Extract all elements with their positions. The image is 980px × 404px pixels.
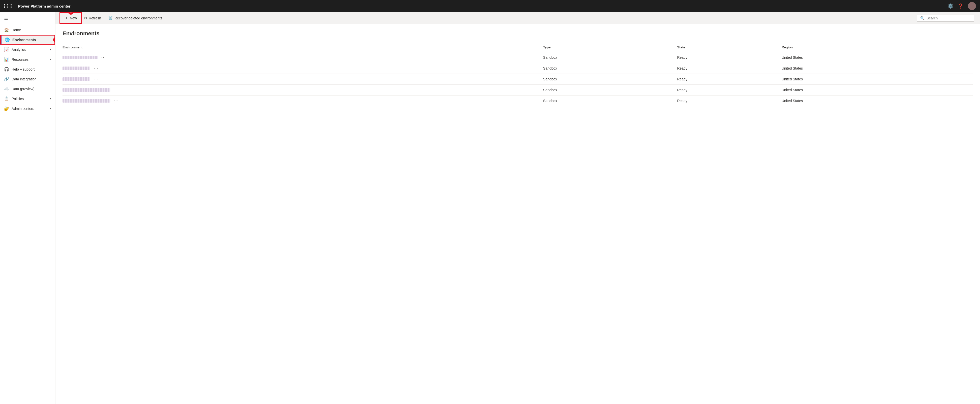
env-type-4: Sandbox: [543, 95, 677, 107]
resources-chevron: ▾: [50, 58, 51, 61]
active-indicator: [1, 35, 2, 45]
new-plus-icon: ＋: [65, 16, 68, 21]
environments-icon: 🌐: [5, 37, 10, 42]
env-name-cell-2: ···: [62, 74, 543, 85]
env-name-blurred-2: [62, 77, 90, 81]
environments-table: Environment Type State Region ··· Sandbo…: [62, 43, 973, 107]
badge-3: 3: [53, 37, 56, 43]
env-name-cell-4: ···: [62, 95, 543, 107]
env-type-1: Sandbox: [543, 63, 677, 74]
sidebar-item-admin-centers[interactable]: 🔐 Admin centers ▾: [0, 103, 55, 113]
search-icon: 🔍: [920, 16, 924, 20]
resources-icon: 📊: [4, 57, 9, 62]
search-box[interactable]: 🔍: [917, 14, 974, 22]
env-type-3: Sandbox: [543, 85, 677, 95]
search-input[interactable]: [927, 16, 970, 20]
sidebar-item-policies[interactable]: 📋 Policies ▾: [0, 94, 55, 103]
refresh-button[interactable]: ↻ Refresh: [81, 14, 104, 22]
policies-chevron: ▾: [50, 97, 51, 100]
admin-centers-icon: 🔐: [4, 106, 9, 111]
sidebar-item-help-support[interactable]: 🎧 Help + support: [0, 64, 55, 74]
sidebar-item-data-preview[interactable]: ☁️ Data (preview): [0, 84, 55, 94]
resources-label: Resources: [11, 57, 47, 62]
col-header-region: Region: [782, 43, 973, 52]
analytics-label: Analytics: [11, 48, 47, 52]
new-button[interactable]: ＋ New: [62, 14, 80, 22]
table-row: ··· Sandbox Ready United States: [62, 95, 973, 107]
env-name-cell-3: ···: [62, 85, 543, 95]
sidebar-item-environments[interactable]: 🌐 Environments 3: [0, 35, 55, 45]
sidebar-item-resources[interactable]: 📊 Resources ▾: [0, 54, 55, 64]
top-nav-icons: ⚙️ ❓: [948, 2, 976, 10]
env-name-blurred-1: [62, 67, 90, 70]
admin-centers-chevron: ▾: [50, 107, 51, 110]
data-preview-label: Data (preview): [11, 87, 51, 91]
refresh-label: Refresh: [89, 16, 101, 20]
env-region-0: United States: [782, 52, 973, 63]
sidebar: ☰ 🏠 Home 🌐 Environments 3 📈 Analytics ▾ …: [0, 12, 56, 404]
col-header-type: Type: [543, 43, 677, 52]
policies-label: Policies: [11, 97, 47, 101]
more-options-button-2[interactable]: ···: [92, 77, 100, 81]
analytics-chevron: ▾: [50, 48, 51, 51]
help-icon[interactable]: ❓: [958, 3, 963, 9]
env-name-cell-0: ···: [62, 52, 543, 63]
env-region-3: United States: [782, 85, 973, 95]
env-name-cell-1: ···: [62, 63, 543, 74]
home-icon: 🏠: [4, 27, 9, 32]
env-type-0: Sandbox: [543, 52, 677, 63]
admin-centers-label: Admin centers: [11, 107, 47, 111]
env-region-4: United States: [782, 95, 973, 107]
data-integration-icon: 🔗: [4, 76, 9, 81]
env-state-2: Ready: [677, 74, 782, 85]
env-name-blurred-0: [62, 56, 98, 59]
top-navigation: Power Platform admin center ⚙️ ❓: [0, 0, 980, 12]
data-preview-icon: ☁️: [4, 86, 9, 91]
env-name-blurred-4: [62, 99, 110, 103]
settings-icon[interactable]: ⚙️: [948, 3, 953, 9]
page-title: Environments: [62, 30, 973, 37]
env-region-1: United States: [782, 63, 973, 74]
recover-icon: 🗑️: [108, 16, 113, 21]
app-title: Power Platform admin center: [18, 4, 945, 8]
more-options-button-1[interactable]: ···: [92, 66, 100, 71]
env-state-0: Ready: [677, 52, 782, 63]
col-header-environment: Environment: [62, 43, 543, 52]
user-avatar[interactable]: [968, 2, 976, 10]
env-state-4: Ready: [677, 95, 782, 107]
page-content: Environments Environment Type State Regi…: [56, 24, 980, 404]
environments-label: Environments: [12, 38, 51, 42]
help-support-icon: 🎧: [4, 67, 9, 72]
sidebar-item-analytics[interactable]: 📈 Analytics ▾: [0, 45, 55, 54]
table-row: ··· Sandbox Ready United States: [62, 52, 973, 63]
env-region-2: United States: [782, 74, 973, 85]
data-integration-label: Data integration: [11, 77, 51, 81]
content-area: 4 ＋ New ↻ Refresh 🗑️ Recover deleted env…: [56, 12, 980, 404]
table-row: ··· Sandbox Ready United States: [62, 74, 973, 85]
table-row: ··· Sandbox Ready United States: [62, 63, 973, 74]
analytics-icon: 📈: [4, 47, 9, 52]
env-state-1: Ready: [677, 63, 782, 74]
home-label: Home: [11, 28, 51, 32]
hamburger-button[interactable]: ☰: [0, 12, 55, 25]
sidebar-item-data-integration[interactable]: 🔗 Data integration: [0, 74, 55, 84]
env-type-2: Sandbox: [543, 74, 677, 85]
more-options-button-3[interactable]: ···: [112, 88, 120, 92]
new-label: New: [70, 16, 77, 20]
help-support-label: Help + support: [11, 67, 51, 71]
new-button-wrapper: 4 ＋ New: [62, 14, 80, 22]
more-options-button-4[interactable]: ···: [112, 99, 120, 103]
toolbar: 4 ＋ New ↻ Refresh 🗑️ Recover deleted env…: [56, 12, 980, 24]
refresh-icon: ↻: [84, 16, 87, 21]
col-header-state: State: [677, 43, 782, 52]
table-row: ··· Sandbox Ready United States: [62, 85, 973, 95]
more-options-button-0[interactable]: ···: [100, 55, 108, 60]
sidebar-item-home[interactable]: 🏠 Home: [0, 25, 55, 35]
env-state-3: Ready: [677, 85, 782, 95]
env-name-blurred-3: [62, 88, 110, 92]
app-grid-icon[interactable]: [4, 4, 13, 8]
recover-button[interactable]: 🗑️ Recover deleted environments: [105, 14, 165, 22]
main-layout: ☰ 🏠 Home 🌐 Environments 3 📈 Analytics ▾ …: [0, 12, 980, 404]
recover-label: Recover deleted environments: [115, 16, 162, 20]
policies-icon: 📋: [4, 96, 9, 101]
